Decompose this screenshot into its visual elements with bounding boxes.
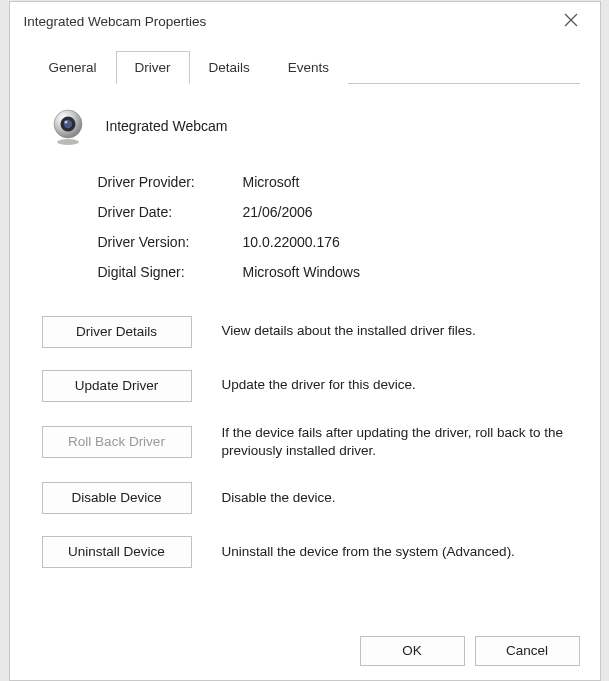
action-row-rollback: Roll Back Driver If the device fails aft…: [42, 424, 568, 460]
action-row-update: Update Driver Update the driver for this…: [42, 370, 568, 402]
row-provider: Driver Provider: Microsoft: [98, 174, 568, 190]
rollback-driver-desc: If the device fails after updating the d…: [222, 424, 568, 460]
tab-general[interactable]: General: [30, 51, 116, 84]
close-icon: [564, 13, 578, 30]
device-header: Integrated Webcam: [42, 106, 568, 146]
tab-strip: General Driver Details Events: [30, 50, 580, 84]
svg-point-4: [64, 120, 67, 123]
action-row-disable: Disable Device Disable the device.: [42, 482, 568, 514]
tab-driver[interactable]: Driver: [116, 51, 190, 84]
label-date: Driver Date:: [98, 204, 243, 220]
properties-dialog: Integrated Webcam Properties General Dri…: [9, 1, 601, 681]
disable-device-desc: Disable the device.: [222, 489, 568, 507]
driver-actions: Driver Details View details about the in…: [42, 316, 568, 568]
tab-events[interactable]: Events: [269, 51, 348, 84]
row-signer: Digital Signer: Microsoft Windows: [98, 264, 568, 280]
value-signer: Microsoft Windows: [243, 264, 360, 280]
svg-point-0: [57, 139, 79, 145]
tab-details[interactable]: Details: [190, 51, 269, 84]
dialog-content: General Driver Details Events: [10, 40, 600, 626]
action-row-details: Driver Details View details about the in…: [42, 316, 568, 348]
uninstall-device-button[interactable]: Uninstall Device: [42, 536, 192, 568]
titlebar: Integrated Webcam Properties: [10, 2, 600, 40]
disable-device-button[interactable]: Disable Device: [42, 482, 192, 514]
label-provider: Driver Provider:: [98, 174, 243, 190]
rollback-driver-button: Roll Back Driver: [42, 426, 192, 458]
row-version: Driver Version: 10.0.22000.176: [98, 234, 568, 250]
ok-button[interactable]: OK: [360, 636, 465, 666]
driver-info-grid: Driver Provider: Microsoft Driver Date: …: [98, 174, 568, 280]
driver-details-button[interactable]: Driver Details: [42, 316, 192, 348]
label-version: Driver Version:: [98, 234, 243, 250]
update-driver-button[interactable]: Update Driver: [42, 370, 192, 402]
close-button[interactable]: [556, 7, 586, 37]
value-version: 10.0.22000.176: [243, 234, 340, 250]
cancel-button[interactable]: Cancel: [475, 636, 580, 666]
update-driver-desc: Update the driver for this device.: [222, 376, 568, 394]
value-provider: Microsoft: [243, 174, 300, 190]
action-row-uninstall: Uninstall Device Uninstall the device fr…: [42, 536, 568, 568]
label-signer: Digital Signer:: [98, 264, 243, 280]
device-name: Integrated Webcam: [106, 118, 228, 134]
driver-details-desc: View details about the installed driver …: [222, 322, 568, 340]
row-date: Driver Date: 21/06/2006: [98, 204, 568, 220]
value-date: 21/06/2006: [243, 204, 313, 220]
window-title: Integrated Webcam Properties: [24, 14, 207, 29]
webcam-icon: [48, 106, 88, 146]
dialog-footer: OK Cancel: [10, 626, 600, 680]
tab-body-driver: Integrated Webcam Driver Provider: Micro…: [30, 84, 580, 616]
uninstall-device-desc: Uninstall the device from the system (Ad…: [222, 543, 568, 561]
